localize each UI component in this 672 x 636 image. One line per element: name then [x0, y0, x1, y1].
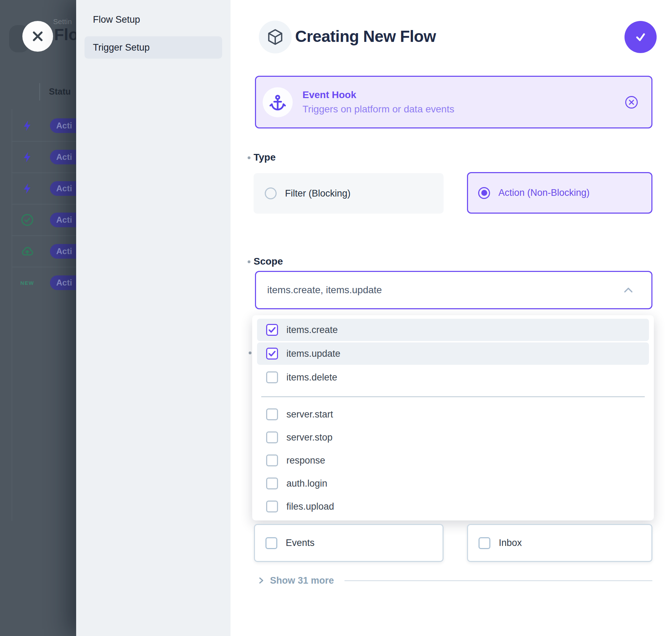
scope-option-label: server.start [286, 409, 333, 420]
table-column-divider [39, 83, 40, 101]
table-row-divider [12, 267, 76, 267]
cloud-upload-icon [20, 244, 35, 259]
status-badge: Acti [50, 181, 76, 196]
show-more-label: Show 31 more [270, 575, 334, 586]
sidebar-item-label: Trigger Setup [93, 42, 150, 53]
status-badge: Acti [50, 275, 76, 290]
checkbox-unchecked-icon[interactable] [266, 408, 278, 420]
page-title: Flo [54, 25, 76, 44]
collection-option-label: Inbox [499, 538, 522, 548]
required-dot [249, 352, 251, 354]
status-badge: Acti [50, 118, 76, 133]
collection-option-events[interactable]: Events [254, 524, 444, 562]
checkbox-unchecked-icon[interactable] [266, 478, 278, 489]
drawer-sidebar: Flow Setup Trigger Setup [76, 0, 231, 636]
scope-option-label: items.update [286, 348, 341, 359]
drawer-main: Creating New Flow Event Hook Triggers on… [231, 0, 672, 636]
scope-option-label: auth.login [286, 478, 327, 489]
table-row: Acti [0, 118, 76, 133]
status-badge: Acti [50, 244, 76, 259]
remove-trigger-button[interactable] [624, 95, 638, 109]
scope-option-server-start[interactable]: server.start [257, 403, 649, 426]
scope-select-input[interactable]: items.create, items.update [255, 271, 652, 309]
scope-option-label: server.stop [286, 432, 333, 443]
scope-option-response[interactable]: response [257, 449, 649, 472]
status-badge: Acti [50, 213, 76, 227]
table-row-divider [12, 141, 76, 142]
scope-option-items-create[interactable]: items.create [257, 319, 649, 341]
checkbox-unchecked-icon[interactable] [479, 537, 490, 549]
sidebar-item-trigger-setup[interactable]: Trigger Setup [85, 36, 222, 59]
sidebar-item-flow-setup[interactable]: Flow Setup [85, 8, 222, 31]
scope-option-items-delete[interactable]: items.delete [257, 366, 649, 389]
dropdown-divider [261, 396, 645, 397]
scope-option-files-upload[interactable]: files.upload [257, 495, 649, 518]
check-circle-icon [20, 213, 35, 227]
scope-option-auth-login[interactable]: auth.login [257, 472, 649, 495]
flow-creation-screen: Settin Flo Statu Acti Acti [0, 0, 672, 636]
show-more-toggle[interactable]: Show 31 more [257, 574, 652, 587]
trigger-subtitle: Triggers on platform or data events [302, 104, 454, 115]
type-option-action[interactable]: Action (Non-Blocking) [467, 172, 652, 214]
checkbox-unchecked-icon[interactable] [265, 537, 277, 549]
collection-option-inbox[interactable]: Inbox [467, 524, 652, 562]
type-option-label: Filter (Blocking) [285, 188, 351, 199]
checkbox-unchecked-icon[interactable] [266, 454, 278, 466]
radio-selected-icon[interactable] [478, 187, 490, 199]
check-icon [632, 29, 649, 45]
table-row: Acti [0, 244, 76, 259]
anchor-icon [269, 94, 286, 111]
bolt-icon [20, 119, 35, 132]
table-row-divider [12, 204, 76, 205]
trigger-type-card[interactable]: Event Hook Triggers on platform or data … [255, 76, 652, 128]
table-row: Acti [0, 150, 76, 164]
bolt-icon [20, 151, 35, 163]
status-column-header: Statu [49, 87, 71, 97]
scope-option-items-update[interactable]: items.update [257, 342, 649, 365]
trigger-title: Event Hook [302, 89, 454, 101]
close-drawer-button[interactable] [22, 21, 53, 52]
dimmed-backdrop: Settin Flo Statu Acti Acti [0, 0, 76, 636]
scope-option-label: response [286, 455, 325, 466]
required-dot [248, 156, 250, 159]
scope-section-label: Scope [254, 256, 283, 267]
checkbox-unchecked-icon[interactable] [266, 431, 278, 443]
collection-option-label: Events [286, 538, 315, 548]
flow-drawer: Flow Setup Trigger Setup Creating New Fl… [76, 0, 672, 636]
new-label: NEW [20, 280, 35, 286]
checkbox-checked-icon[interactable] [266, 324, 278, 336]
status-badge: Acti [50, 150, 76, 164]
sidebar-item-label: Flow Setup [93, 14, 140, 25]
bolt-icon [20, 182, 35, 195]
close-icon [30, 29, 45, 44]
scope-option-server-stop[interactable]: server.stop [257, 426, 649, 449]
required-dot [248, 260, 250, 263]
chevron-up-icon[interactable] [623, 287, 633, 294]
radio-unselected-icon[interactable] [265, 187, 277, 199]
table-row-divider [12, 235, 76, 236]
table-row: Acti [0, 181, 76, 196]
cancel-circle-icon [624, 95, 638, 109]
flow-avatar [259, 21, 292, 53]
table-row: NEW Acti [0, 275, 76, 290]
checkbox-unchecked-icon[interactable] [266, 501, 278, 512]
type-option-filter[interactable]: Filter (Blocking) [254, 173, 444, 214]
type-option-label: Action (Non-Blocking) [498, 187, 590, 198]
drawer-title: Creating New Flow [295, 27, 436, 46]
show-more-divider [344, 580, 652, 581]
trigger-icon-circle [263, 87, 293, 117]
checkbox-unchecked-icon[interactable] [266, 371, 278, 383]
scope-dropdown-menu: items.create items.update items.delete s… [252, 315, 654, 520]
table-row: Acti [0, 213, 76, 227]
box-icon [266, 28, 284, 46]
table-row-divider [12, 172, 76, 173]
breadcrumb: Settin [53, 17, 72, 26]
chevron-right-icon [257, 576, 265, 585]
scope-selected-values: items.create, items.update [267, 284, 382, 296]
table-edge-divider [12, 109, 12, 521]
checkbox-checked-icon[interactable] [266, 348, 278, 360]
scope-option-label: items.create [286, 325, 338, 335]
save-button[interactable] [624, 21, 657, 53]
scope-option-label: items.delete [286, 372, 337, 383]
scope-option-label: files.upload [286, 501, 334, 512]
